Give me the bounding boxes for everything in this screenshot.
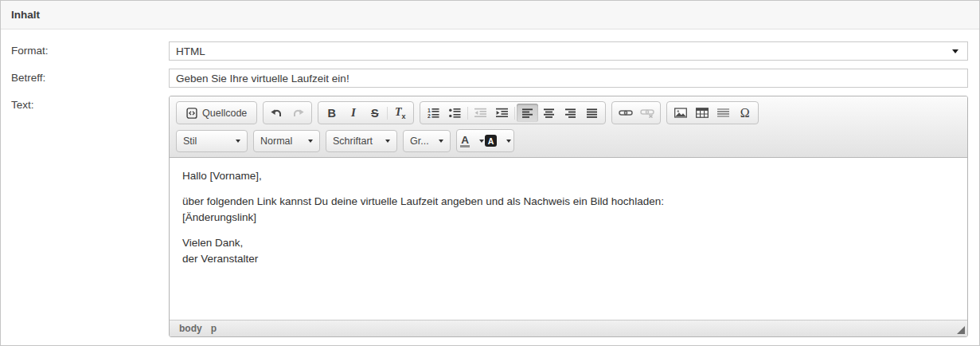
italic-button[interactable]: I: [342, 104, 364, 122]
text-color-button[interactable]: A: [459, 132, 485, 150]
paragraph-format-dropdown[interactable]: Normal: [253, 130, 320, 152]
bulleted-list-icon: [449, 108, 461, 118]
link-icon: [619, 108, 633, 118]
strikethrough-button[interactable]: S: [364, 104, 385, 122]
unlink-icon: [640, 108, 654, 118]
special-char-button[interactable]: Ω: [734, 104, 755, 122]
panel-header: Inhalt: [1, 1, 979, 29]
chevron-down-icon: [308, 140, 313, 143]
background-color-icon: A: [485, 135, 497, 147]
editor-statusbar: body p: [170, 320, 967, 336]
editor-toolbar: Quellcode: [170, 96, 967, 158]
bold-icon: B: [328, 107, 336, 120]
group-links: [611, 101, 661, 124]
group-paragraph: 12: [420, 101, 606, 124]
svg-text:2: 2: [428, 113, 431, 118]
remove-format-icon: Tx: [395, 106, 406, 120]
font-size-dropdown-label: Gr...: [410, 136, 429, 147]
text-color-icon: A: [460, 135, 470, 147]
numbered-list-icon: 12: [428, 108, 439, 118]
format-label: Format:: [11, 41, 169, 57]
chevron-down-icon: [439, 140, 443, 143]
content-panel: Inhalt Format: HTML Betreff: Text:: [0, 0, 980, 346]
chevron-down-icon: [236, 140, 240, 143]
content-paragraph: Vielen Dank, der Veranstalter: [182, 235, 955, 267]
align-left-button[interactable]: [517, 104, 538, 122]
align-justify-icon: [587, 108, 597, 118]
group-insert: Ω: [666, 101, 759, 124]
font-dropdown[interactable]: Schriftart: [326, 130, 397, 152]
undo-button[interactable]: [266, 104, 287, 122]
styles-dropdown-label: Stil: [183, 136, 197, 147]
group-colors: A A: [456, 129, 514, 152]
toolbar-separator: [467, 107, 468, 120]
source-button-label: Quellcode: [202, 108, 247, 119]
toolbar-row-2: Stil Normal Schriftart Gr...: [176, 129, 961, 152]
betreff-label: Betreff:: [11, 69, 169, 84]
paragraph-format-label: Normal: [260, 136, 292, 147]
outdent-button[interactable]: [470, 104, 491, 122]
align-center-icon: [544, 108, 554, 118]
align-center-button[interactable]: [538, 104, 560, 122]
outdent-icon: [474, 108, 486, 118]
svg-text:1: 1: [428, 108, 431, 113]
align-justify-button[interactable]: [581, 104, 603, 122]
horizontal-rule-button[interactable]: [713, 104, 734, 122]
unlink-button[interactable]: [636, 104, 658, 122]
text-label: Text:: [11, 96, 169, 111]
chevron-down-icon: [479, 140, 484, 143]
image-icon: [674, 108, 687, 118]
indent-button[interactable]: [491, 104, 513, 122]
bulleted-list-button[interactable]: [444, 104, 466, 122]
table-button[interactable]: [691, 104, 713, 122]
group-history: [263, 101, 312, 124]
chevron-down-icon: [506, 140, 511, 143]
font-dropdown-label: Schriftart: [333, 136, 373, 147]
font-size-dropdown[interactable]: Gr...: [403, 130, 451, 152]
redo-button[interactable]: [287, 104, 309, 122]
source-button[interactable]: Quellcode: [179, 104, 254, 122]
group-source: Quellcode: [176, 101, 257, 124]
betreff-input[interactable]: [169, 69, 968, 88]
redo-icon: [292, 108, 304, 118]
panel-body: Format: HTML Betreff: Text:: [1, 29, 979, 337]
omega-icon: Ω: [740, 106, 750, 120]
element-path-p[interactable]: p: [211, 323, 217, 334]
resize-handle-icon[interactable]: [957, 326, 965, 334]
rich-text-editor: Quellcode: [169, 96, 968, 337]
element-path-body[interactable]: body: [179, 323, 202, 334]
toolbar-row-1: Quellcode: [176, 101, 961, 124]
indent-icon: [496, 108, 508, 118]
group-basicstyles: B I S Tx: [318, 101, 414, 124]
format-row: Format: HTML: [11, 41, 968, 61]
editor-content-area[interactable]: Hallo [Vorname], über folgenden Link kan…: [170, 158, 967, 320]
format-select-value: HTML: [176, 45, 205, 57]
styles-dropdown[interactable]: Stil: [176, 130, 248, 152]
toolbar-separator: [387, 107, 388, 120]
page-title: Inhalt: [11, 9, 40, 21]
bold-button[interactable]: B: [321, 104, 342, 122]
format-select[interactable]: HTML: [169, 41, 968, 61]
source-code-icon: [186, 108, 197, 119]
align-left-icon: [522, 108, 533, 118]
align-right-icon: [565, 108, 576, 118]
horizontal-rule-icon: [717, 108, 729, 118]
toolbar-separator: [514, 107, 515, 120]
betreff-row: Betreff:: [11, 69, 968, 88]
numbered-list-button[interactable]: 12: [423, 104, 444, 122]
text-row: Text: Quellcode: [11, 96, 968, 337]
chevron-down-icon: [952, 49, 959, 53]
remove-format-button[interactable]: Tx: [389, 104, 411, 122]
link-button[interactable]: [615, 104, 636, 122]
chevron-down-icon: [385, 140, 390, 143]
background-color-button[interactable]: A: [485, 132, 511, 150]
content-paragraph: über folgenden Link kannst Du deine virt…: [182, 194, 955, 226]
italic-icon: I: [351, 106, 356, 120]
content-paragraph: Hallo [Vorname],: [182, 168, 955, 184]
table-icon: [696, 108, 709, 118]
align-right-button[interactable]: [560, 104, 581, 122]
undo-icon: [271, 108, 283, 118]
strikethrough-icon: S: [371, 107, 379, 120]
image-button[interactable]: [670, 104, 691, 122]
